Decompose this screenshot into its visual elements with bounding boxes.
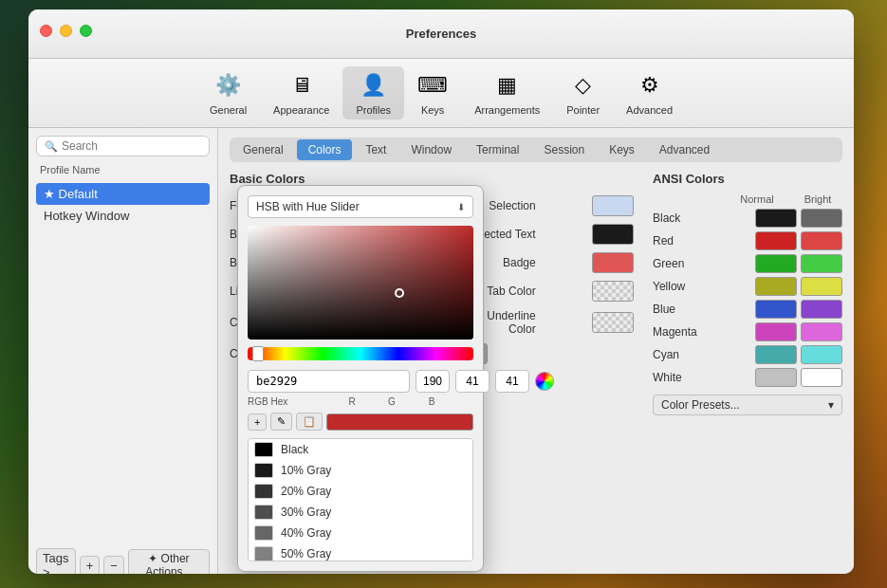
window-controls [40, 25, 92, 37]
ansi-cyan-bright[interactable] [801, 345, 842, 364]
toolbar-item-general[interactable]: ⚙️ General [196, 66, 260, 119]
tab-keys[interactable]: Keys [598, 139, 646, 160]
ansi-cyan-normal[interactable] [755, 345, 797, 364]
color-wheel-icon[interactable] [535, 372, 554, 391]
hue-slider[interactable] [248, 347, 473, 360]
toolbar-item-arrangements[interactable]: ▦ Arrangements [461, 66, 553, 119]
toolbar-label-appearance: Appearance [273, 104, 329, 116]
swatch-20gray-label: 20% Gray [281, 485, 331, 498]
tab-colors[interactable]: Colors [297, 139, 353, 160]
ansi-black-bright[interactable] [801, 209, 842, 228]
picker-dropdown-arrow-icon: ⬇ [457, 202, 465, 212]
ansi-red-bright[interactable] [801, 231, 842, 250]
swatch-40gray-label: 40% Gray [281, 526, 331, 540]
ansi-blue-bright[interactable] [801, 300, 842, 319]
search-icon: 🔍 [45, 140, 58, 153]
profile-item-default[interactable]: ★ Default [36, 183, 210, 205]
search-bar[interactable]: 🔍 [36, 136, 210, 156]
selected-text-swatch[interactable] [592, 224, 634, 245]
swatch-40gray[interactable]: 40% Gray [249, 523, 472, 543]
ansi-white-bright[interactable] [801, 368, 842, 387]
swatch-20gray-color [254, 484, 273, 499]
ansi-green-bright[interactable] [801, 254, 842, 273]
swatch-30gray[interactable]: 30% Gray [249, 502, 472, 523]
ansi-colors: ANSI Colors Normal Bright Black Red [653, 172, 842, 415]
color-presets-button[interactable]: Color Presets... ▾ [653, 395, 842, 415]
close-button[interactable] [40, 25, 52, 37]
tab-terminal[interactable]: Terminal [465, 139, 530, 160]
minimize-button[interactable] [60, 25, 72, 37]
add-profile-button[interactable]: + [80, 556, 101, 575]
eyedropper-button[interactable]: ✎ [270, 413, 292, 431]
tags-button[interactable]: Tags > [36, 548, 76, 574]
ansi-white-label: White [653, 371, 751, 384]
toolbar-label-pointer: Pointer [566, 104, 600, 116]
picker-mode-dropdown[interactable]: HSB with Hue Slider ⬇ [248, 195, 473, 218]
badge-swatch[interactable] [592, 252, 634, 273]
b-input[interactable] [495, 370, 529, 393]
toolbar-item-advanced[interactable]: ⚙ Advanced [613, 66, 686, 119]
tab-text[interactable]: Text [354, 139, 397, 160]
remove-profile-button[interactable]: − [103, 556, 124, 575]
toolbar-label-arrangements: Arrangements [474, 104, 540, 116]
profile-list-header: Profile Name [36, 162, 210, 177]
underline-color-swatch[interactable] [592, 312, 634, 333]
ansi-blue-normal[interactable] [755, 300, 797, 319]
ansi-row-green: Green [653, 254, 842, 273]
b-label: B [415, 396, 449, 407]
toolbar-item-appearance[interactable]: 🖥 Appearance [260, 66, 342, 119]
search-input[interactable] [62, 139, 201, 153]
profile-item-hotkey[interactable]: Hotkey Window [36, 205, 210, 227]
paste-button[interactable]: 📋 [296, 413, 323, 431]
ansi-row-magenta: Magenta [653, 322, 842, 341]
g-input[interactable] [455, 370, 490, 393]
other-actions-button[interactable]: ✦ Other Actions... [128, 549, 210, 574]
toolbar-label-advanced: Advanced [626, 104, 673, 116]
swatch-black-label: Black [281, 443, 308, 456]
maximize-button[interactable] [80, 25, 92, 37]
pointer-icon: ◇ [568, 70, 599, 101]
picker-mode-label: HSB with Hue Slider [256, 200, 360, 213]
toolbar-item-pointer[interactable]: ◇ Pointer [553, 66, 613, 119]
ansi-black-normal[interactable] [755, 209, 797, 228]
ansi-green-normal[interactable] [755, 254, 797, 273]
toolbar-item-profiles[interactable]: 👤 Profiles [342, 66, 404, 119]
r-input[interactable] [416, 370, 450, 393]
ansi-yellow-bright[interactable] [801, 277, 842, 296]
swatch-50gray[interactable]: 50% Gray [249, 543, 472, 561]
hsb-gradient[interactable] [248, 226, 473, 340]
ansi-red-normal[interactable] [755, 231, 797, 250]
ansi-blue-label: Blue [653, 303, 751, 316]
ansi-yellow-normal[interactable] [755, 277, 797, 296]
arrangements-icon: ▦ [492, 70, 523, 101]
bright-col-label: Bright [797, 193, 839, 205]
tab-general[interactable]: General [231, 139, 295, 160]
swatch-20gray[interactable]: 20% Gray [249, 481, 472, 502]
toolbar-item-keys[interactable]: ⌨ Keys [404, 66, 461, 119]
tab-session[interactable]: Session [532, 139, 596, 160]
tab-color-swatch[interactable] [592, 281, 634, 302]
hex-input[interactable] [248, 370, 410, 393]
tab-advanced[interactable]: Advanced [648, 139, 721, 160]
selection-swatch[interactable] [592, 195, 634, 216]
ansi-colors-title: ANSI Colors [653, 172, 842, 186]
swatch-50gray-color [254, 546, 273, 561]
ansi-magenta-bright[interactable] [801, 322, 842, 341]
ansi-row-blue: Blue [653, 300, 842, 319]
add-swatch-button[interactable]: + [248, 413, 267, 431]
general-icon: ⚙️ [213, 70, 244, 101]
swatches-list: Black 10% Gray 20% Gray 30% Gray 40% Gra… [248, 438, 473, 561]
sidebar: 🔍 Profile Name ★ Default Hotkey Window T… [28, 128, 218, 574]
r-label: R [335, 396, 369, 407]
swatch-black[interactable]: Black [249, 439, 472, 460]
swatch-10gray[interactable]: 10% Gray [249, 460, 472, 481]
ansi-red-label: Red [653, 234, 751, 248]
hsb-cursor [395, 288, 404, 298]
ansi-green-label: Green [653, 257, 751, 270]
preferences-window: Preferences ⚙️ General 🖥 Appearance 👤 Pr… [28, 9, 854, 574]
ansi-magenta-normal[interactable] [755, 322, 797, 341]
ansi-white-normal[interactable] [755, 368, 797, 387]
swatch-30gray-color [254, 505, 273, 520]
toolbar-label-keys: Keys [421, 104, 444, 116]
tab-window[interactable]: Window [399, 139, 463, 160]
